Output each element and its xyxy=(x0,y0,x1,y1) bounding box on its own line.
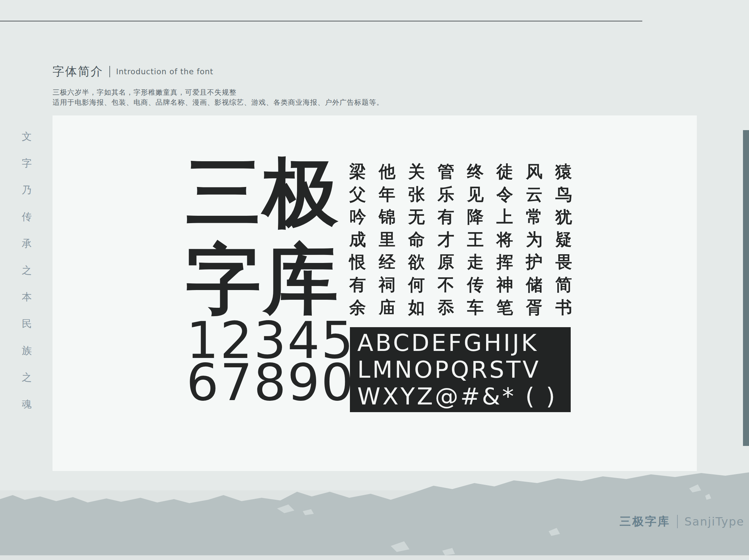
right-accent-bar xyxy=(743,130,749,446)
latin-row-2: LMNOPQRSTV xyxy=(357,356,563,383)
footer-divider xyxy=(677,515,678,528)
font-specimen-poster: 字体简介 Introduction of the font 三极六岁半，字如其名… xyxy=(0,0,749,560)
brand-line2: 字库 xyxy=(186,236,340,323)
poem-column-7: 风云常为护储胥 xyxy=(525,160,543,319)
intro-description: 三极六岁半，字如其名，字形稚嫩童真，可爱且不失规整 适用于电影海报、包装、电商、… xyxy=(52,87,384,107)
latin-row-3: WXYZ@#&* ( ) xyxy=(357,383,563,410)
poem-column-8: 猿鸟犹疑畏简书 xyxy=(555,160,573,319)
brand-line1: 三极 xyxy=(186,149,340,236)
numbers-specimen: 12345 67890 xyxy=(186,320,355,404)
intro-description-line2: 适用于电影海报、包装、电商、品牌名称、漫画、影视综艺、游戏、各类商业海报、户外广… xyxy=(52,98,384,107)
specimen-card: 三极 字库 12345 67890 梁父吟成恨有余 他年锦里经祠庙 关张无命欲何… xyxy=(52,115,697,471)
intro-title-cn: 字体简介 xyxy=(52,64,103,79)
footer-brand-en: SanjiType xyxy=(684,515,744,528)
footer-brand-cn: 三极字库 xyxy=(620,514,670,529)
intro-description-line1: 三极六岁半，字如其名，字形稚嫩童真，可爱且不失规整 xyxy=(52,87,384,98)
poem-column-6: 徒令上将挥神笔 xyxy=(496,160,514,319)
side-vertical-motto: 文字乃传承之本民族之魂 xyxy=(21,123,33,417)
intro-title-row: 字体简介 Introduction of the font xyxy=(52,64,384,79)
intro-title-divider xyxy=(109,66,110,77)
latin-specimen-box: ABCDEFGHIJK LMNOPQRSTV WXYZ@#&* ( ) xyxy=(350,327,571,412)
poem-column-5: 终见降王走传车 xyxy=(466,160,485,319)
poem-column-1: 梁父吟成恨有余 xyxy=(348,160,367,319)
brand-characters: 三极 字库 xyxy=(186,149,340,323)
top-rule xyxy=(0,21,642,21)
intro-title-en: Introduction of the font xyxy=(116,67,213,76)
poem-column-4: 管乐有才原不忝 xyxy=(437,160,455,319)
poem-specimen-grid: 梁父吟成恨有余 他年锦里经祠庙 关张无命欲何如 管乐有才原不忝 终见降王走传车 … xyxy=(348,160,573,319)
footer-brand: 三极字库 SanjiType xyxy=(620,514,744,529)
poem-column-2: 他年锦里经祠庙 xyxy=(378,160,396,319)
numbers-line2: 67890 xyxy=(186,362,355,404)
intro-section: 字体简介 Introduction of the font 三极六岁半，字如其名… xyxy=(52,64,384,107)
poem-column-3: 关张无命欲何如 xyxy=(407,160,426,319)
latin-row-1: ABCDEFGHIJK xyxy=(357,329,563,356)
